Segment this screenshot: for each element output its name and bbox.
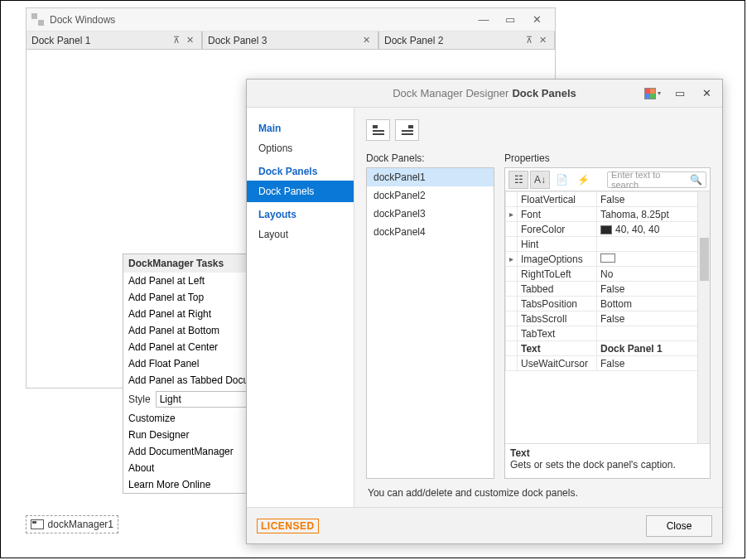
dock-panel-header-3[interactable]: Dock Panel 3 ✕ — [202, 31, 378, 50]
close-icon[interactable]: ✕ — [359, 35, 373, 46]
dock-panel-headers: Dock Panel 1 ⊼ ✕ Dock Panel 3 ✕ Dock Pan… — [27, 31, 555, 50]
dock-panel-header-2[interactable]: Dock Panel 2 ⊼ ✕ — [378, 31, 555, 50]
chevron-down-icon: ▾ — [658, 89, 661, 97]
property-grid-toolbar: ☷ A↓ 📄 ⚡ Enter text to search 🔍 — [505, 168, 710, 191]
dialog-maximize-button[interactable]: ▭ — [669, 84, 691, 103]
svg-rect-5 — [402, 133, 413, 135]
designer-hint: You can add/delete and customize dock pa… — [366, 479, 711, 499]
property-row[interactable]: UseWaitCursorFalse — [506, 356, 710, 371]
property-row[interactable]: FloatVerticalFalse — [506, 192, 710, 207]
svg-rect-0 — [373, 125, 378, 128]
svg-rect-1 — [373, 130, 384, 132]
dialog-title-main: Dock Panels — [512, 87, 576, 99]
palette-icon — [644, 88, 656, 99]
alphabetical-button[interactable]: A↓ — [530, 171, 550, 189]
svg-rect-3 — [408, 125, 413, 128]
property-row[interactable]: Hint — [506, 237, 710, 252]
tray-dockmanager[interactable]: dockManager1 — [26, 515, 118, 533]
property-row[interactable]: ForeColor40, 40, 40 — [506, 222, 710, 237]
list-item[interactable]: dockPanel1 — [367, 168, 494, 186]
dialog-title-prefix: Dock Manager Designer — [393, 87, 508, 99]
pin-icon[interactable]: ⊼ — [170, 35, 183, 46]
categorized-button[interactable]: ☷ — [508, 171, 528, 189]
property-row[interactable]: ▸FontTahoma, 8.25pt — [506, 207, 710, 222]
sidebar-cat-layouts[interactable]: Layouts — [247, 202, 354, 224]
svg-rect-2 — [373, 133, 384, 135]
pin-icon[interactable]: ⊼ — [523, 35, 536, 46]
properties-button[interactable]: 📄 — [552, 171, 571, 189]
dialog-footer: LICENSED Close — [247, 507, 722, 543]
sidebar-cat-main[interactable]: Main — [247, 116, 354, 138]
window-maximize-button[interactable]: ▭ — [497, 8, 523, 31]
window-minimize-button[interactable]: — — [470, 8, 497, 31]
add-panel-button[interactable] — [366, 119, 390, 141]
close-icon[interactable]: ✕ — [536, 35, 549, 46]
search-placeholder: Enter text to search — [611, 170, 690, 190]
property-rows: FloatVerticalFalse ▸FontTahoma, 8.25pt F… — [505, 191, 710, 371]
app-logo-icon — [31, 13, 45, 27]
sidebar-item-layout[interactable]: Layout — [247, 224, 354, 245]
window-close-button[interactable]: ✕ — [523, 8, 550, 31]
dockpanels-list-label: Dock Panels: — [366, 152, 494, 164]
dialog-titlebar[interactable]: Dock Manager Designer Dock Panels ▾ ▭ ✕ — [247, 80, 722, 108]
dock-panel-title: Dock Panel 2 — [384, 35, 443, 46]
color-swatch-icon — [600, 225, 612, 234]
component-tray: dockManager1 — [26, 515, 118, 540]
properties-label: Properties — [504, 152, 711, 164]
licensed-badge: LICENSED — [257, 519, 319, 533]
close-button[interactable]: Close — [646, 515, 712, 537]
properties-page-icon: 📄 — [556, 174, 568, 186]
dock-panel-header-1[interactable]: Dock Panel 1 ⊼ ✕ — [27, 31, 202, 50]
image-placeholder-icon — [600, 253, 615, 263]
sidebar-item-options[interactable]: Options — [247, 138, 354, 159]
add-dock-left-icon — [372, 123, 385, 137]
events-button[interactable]: ⚡ — [573, 171, 593, 189]
svg-rect-4 — [402, 130, 413, 132]
categorized-icon: ☷ — [514, 174, 523, 186]
dock-panel-title: Dock Panel 1 — [31, 35, 90, 46]
window-title: Dock Windows — [50, 14, 115, 26]
close-icon[interactable]: ✕ — [183, 35, 196, 46]
component-icon — [31, 519, 44, 529]
list-item[interactable]: dockPanel4 — [367, 223, 494, 241]
dock-manager-designer-dialog: Dock Manager Designer Dock Panels ▾ ▭ ✕ … — [246, 79, 723, 544]
style-label: Style — [128, 393, 151, 405]
property-desc-text: Gets or sets the dock panel's caption. — [510, 459, 705, 471]
scrollbar-thumb[interactable] — [700, 238, 709, 281]
dock-panel-title: Dock Panel 3 — [208, 35, 267, 46]
property-row[interactable]: TabbedFalse — [506, 282, 710, 297]
designer-toolbar — [366, 119, 711, 141]
sidebar-cat-dockpanels[interactable]: Dock Panels — [247, 159, 354, 181]
property-desc-name: Text — [510, 447, 705, 459]
property-row[interactable]: ▸ImageOptions — [506, 252, 710, 267]
tray-label: dockManager1 — [48, 519, 113, 530]
property-row[interactable]: TabsScrollFalse — [506, 311, 710, 326]
property-scrollbar[interactable] — [697, 191, 710, 443]
lightning-icon: ⚡ — [577, 174, 590, 186]
designer-sidebar: Main Options Dock Panels Dock Panels Lay… — [247, 108, 354, 507]
list-item[interactable]: dockPanel3 — [367, 205, 494, 223]
property-grid: ☷ A↓ 📄 ⚡ Enter text to search 🔍 Float — [504, 167, 711, 479]
list-item[interactable]: dockPanel2 — [367, 186, 494, 205]
property-search[interactable]: Enter text to search 🔍 — [607, 171, 706, 188]
property-description: Text Gets or sets the dock panel's capti… — [505, 443, 710, 478]
property-row[interactable]: TabText — [506, 326, 710, 341]
dialog-close-button[interactable]: ✕ — [696, 84, 717, 103]
dockpanels-listbox[interactable]: dockPanel1 dockPanel2 dockPanel3 dockPan… — [366, 167, 494, 479]
window-titlebar[interactable]: Dock Windows — ▭ ✕ — [27, 8, 555, 31]
remove-panel-button[interactable] — [395, 119, 419, 141]
add-dock-right-icon — [401, 123, 414, 137]
designer-main: Dock Panels: dockPanel1 dockPanel2 dockP… — [354, 108, 722, 507]
sort-az-icon: A↓ — [534, 174, 546, 186]
sidebar-item-dockpanels[interactable]: Dock Panels — [247, 181, 354, 202]
property-row[interactable]: TabsPositionBottom — [506, 297, 710, 311]
property-row[interactable]: TextDock Panel 1 — [506, 341, 710, 356]
search-icon: 🔍 — [690, 174, 702, 186]
skin-picker-button[interactable]: ▾ — [641, 84, 664, 103]
property-row[interactable]: RightToLeftNo — [506, 267, 710, 282]
